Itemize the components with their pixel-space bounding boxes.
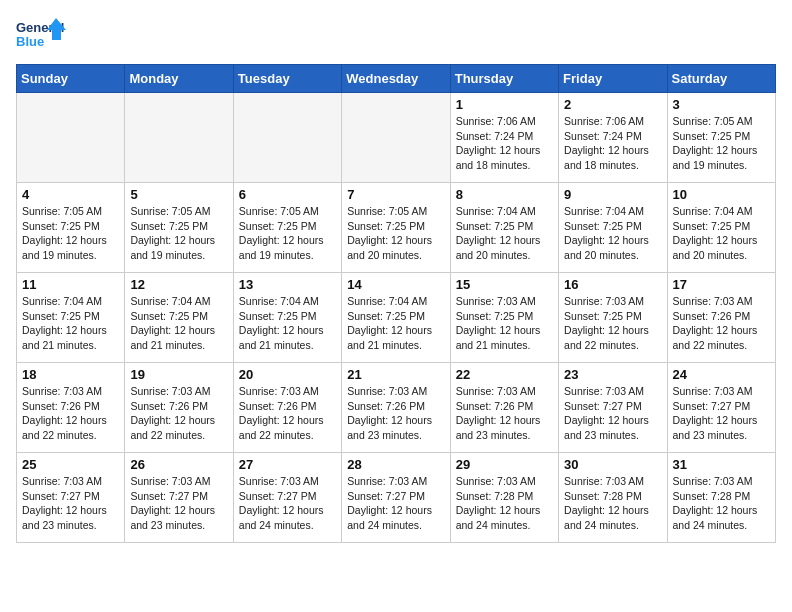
day-info: Sunrise: 7:03 AM Sunset: 7:28 PM Dayligh… bbox=[456, 474, 553, 533]
calendar-cell: 13Sunrise: 7:04 AM Sunset: 7:25 PM Dayli… bbox=[233, 273, 341, 363]
day-info: Sunrise: 7:03 AM Sunset: 7:28 PM Dayligh… bbox=[673, 474, 770, 533]
day-number: 24 bbox=[673, 367, 770, 382]
day-number: 1 bbox=[456, 97, 553, 112]
day-number: 30 bbox=[564, 457, 661, 472]
calendar-cell: 20Sunrise: 7:03 AM Sunset: 7:26 PM Dayli… bbox=[233, 363, 341, 453]
day-info: Sunrise: 7:06 AM Sunset: 7:24 PM Dayligh… bbox=[456, 114, 553, 173]
calendar-week-1: 1Sunrise: 7:06 AM Sunset: 7:24 PM Daylig… bbox=[17, 93, 776, 183]
day-number: 8 bbox=[456, 187, 553, 202]
calendar-cell bbox=[125, 93, 233, 183]
logo-svg: GeneralBlue bbox=[16, 16, 66, 56]
day-info: Sunrise: 7:05 AM Sunset: 7:25 PM Dayligh… bbox=[673, 114, 770, 173]
weekday-header-friday: Friday bbox=[559, 65, 667, 93]
calendar-cell: 30Sunrise: 7:03 AM Sunset: 7:28 PM Dayli… bbox=[559, 453, 667, 543]
day-info: Sunrise: 7:05 AM Sunset: 7:25 PM Dayligh… bbox=[347, 204, 444, 263]
weekday-header-monday: Monday bbox=[125, 65, 233, 93]
day-info: Sunrise: 7:03 AM Sunset: 7:26 PM Dayligh… bbox=[673, 294, 770, 353]
calendar-cell: 22Sunrise: 7:03 AM Sunset: 7:26 PM Dayli… bbox=[450, 363, 558, 453]
day-info: Sunrise: 7:04 AM Sunset: 7:25 PM Dayligh… bbox=[239, 294, 336, 353]
day-number: 23 bbox=[564, 367, 661, 382]
day-number: 6 bbox=[239, 187, 336, 202]
day-number: 15 bbox=[456, 277, 553, 292]
calendar-cell: 15Sunrise: 7:03 AM Sunset: 7:25 PM Dayli… bbox=[450, 273, 558, 363]
day-info: Sunrise: 7:04 AM Sunset: 7:25 PM Dayligh… bbox=[22, 294, 119, 353]
day-info: Sunrise: 7:03 AM Sunset: 7:27 PM Dayligh… bbox=[22, 474, 119, 533]
day-number: 22 bbox=[456, 367, 553, 382]
day-number: 3 bbox=[673, 97, 770, 112]
day-number: 17 bbox=[673, 277, 770, 292]
day-info: Sunrise: 7:03 AM Sunset: 7:27 PM Dayligh… bbox=[239, 474, 336, 533]
day-number: 5 bbox=[130, 187, 227, 202]
day-info: Sunrise: 7:04 AM Sunset: 7:25 PM Dayligh… bbox=[347, 294, 444, 353]
day-number: 19 bbox=[130, 367, 227, 382]
calendar-cell: 4Sunrise: 7:05 AM Sunset: 7:25 PM Daylig… bbox=[17, 183, 125, 273]
day-number: 20 bbox=[239, 367, 336, 382]
calendar-week-4: 18Sunrise: 7:03 AM Sunset: 7:26 PM Dayli… bbox=[17, 363, 776, 453]
calendar-cell: 21Sunrise: 7:03 AM Sunset: 7:26 PM Dayli… bbox=[342, 363, 450, 453]
day-number: 31 bbox=[673, 457, 770, 472]
calendar-cell: 24Sunrise: 7:03 AM Sunset: 7:27 PM Dayli… bbox=[667, 363, 775, 453]
calendar-cell: 25Sunrise: 7:03 AM Sunset: 7:27 PM Dayli… bbox=[17, 453, 125, 543]
weekday-header-saturday: Saturday bbox=[667, 65, 775, 93]
calendar-table: SundayMondayTuesdayWednesdayThursdayFrid… bbox=[16, 64, 776, 543]
calendar-cell: 6Sunrise: 7:05 AM Sunset: 7:25 PM Daylig… bbox=[233, 183, 341, 273]
day-info: Sunrise: 7:03 AM Sunset: 7:27 PM Dayligh… bbox=[673, 384, 770, 443]
day-info: Sunrise: 7:03 AM Sunset: 7:25 PM Dayligh… bbox=[564, 294, 661, 353]
day-number: 4 bbox=[22, 187, 119, 202]
day-info: Sunrise: 7:03 AM Sunset: 7:28 PM Dayligh… bbox=[564, 474, 661, 533]
calendar-cell: 5Sunrise: 7:05 AM Sunset: 7:25 PM Daylig… bbox=[125, 183, 233, 273]
calendar-cell bbox=[233, 93, 341, 183]
day-info: Sunrise: 7:03 AM Sunset: 7:26 PM Dayligh… bbox=[347, 384, 444, 443]
calendar-cell: 27Sunrise: 7:03 AM Sunset: 7:27 PM Dayli… bbox=[233, 453, 341, 543]
calendar-week-3: 11Sunrise: 7:04 AM Sunset: 7:25 PM Dayli… bbox=[17, 273, 776, 363]
calendar-cell: 12Sunrise: 7:04 AM Sunset: 7:25 PM Dayli… bbox=[125, 273, 233, 363]
day-info: Sunrise: 7:03 AM Sunset: 7:27 PM Dayligh… bbox=[564, 384, 661, 443]
calendar-cell: 10Sunrise: 7:04 AM Sunset: 7:25 PM Dayli… bbox=[667, 183, 775, 273]
calendar-cell: 19Sunrise: 7:03 AM Sunset: 7:26 PM Dayli… bbox=[125, 363, 233, 453]
calendar-cell bbox=[17, 93, 125, 183]
day-info: Sunrise: 7:03 AM Sunset: 7:26 PM Dayligh… bbox=[130, 384, 227, 443]
day-number: 12 bbox=[130, 277, 227, 292]
day-info: Sunrise: 7:03 AM Sunset: 7:25 PM Dayligh… bbox=[456, 294, 553, 353]
calendar-cell: 11Sunrise: 7:04 AM Sunset: 7:25 PM Dayli… bbox=[17, 273, 125, 363]
calendar-cell: 1Sunrise: 7:06 AM Sunset: 7:24 PM Daylig… bbox=[450, 93, 558, 183]
calendar-cell: 9Sunrise: 7:04 AM Sunset: 7:25 PM Daylig… bbox=[559, 183, 667, 273]
day-number: 9 bbox=[564, 187, 661, 202]
day-info: Sunrise: 7:04 AM Sunset: 7:25 PM Dayligh… bbox=[456, 204, 553, 263]
day-number: 11 bbox=[22, 277, 119, 292]
day-number: 2 bbox=[564, 97, 661, 112]
calendar-cell: 31Sunrise: 7:03 AM Sunset: 7:28 PM Dayli… bbox=[667, 453, 775, 543]
calendar-cell: 29Sunrise: 7:03 AM Sunset: 7:28 PM Dayli… bbox=[450, 453, 558, 543]
calendar-week-2: 4Sunrise: 7:05 AM Sunset: 7:25 PM Daylig… bbox=[17, 183, 776, 273]
day-number: 28 bbox=[347, 457, 444, 472]
day-info: Sunrise: 7:05 AM Sunset: 7:25 PM Dayligh… bbox=[239, 204, 336, 263]
weekday-header-tuesday: Tuesday bbox=[233, 65, 341, 93]
page-header: GeneralBlue bbox=[16, 16, 776, 56]
day-info: Sunrise: 7:03 AM Sunset: 7:26 PM Dayligh… bbox=[239, 384, 336, 443]
calendar-cell bbox=[342, 93, 450, 183]
calendar-cell: 8Sunrise: 7:04 AM Sunset: 7:25 PM Daylig… bbox=[450, 183, 558, 273]
day-number: 25 bbox=[22, 457, 119, 472]
logo: GeneralBlue bbox=[16, 16, 66, 56]
calendar-cell: 17Sunrise: 7:03 AM Sunset: 7:26 PM Dayli… bbox=[667, 273, 775, 363]
day-number: 13 bbox=[239, 277, 336, 292]
day-info: Sunrise: 7:05 AM Sunset: 7:25 PM Dayligh… bbox=[22, 204, 119, 263]
day-info: Sunrise: 7:04 AM Sunset: 7:25 PM Dayligh… bbox=[564, 204, 661, 263]
day-number: 16 bbox=[564, 277, 661, 292]
calendar-cell: 14Sunrise: 7:04 AM Sunset: 7:25 PM Dayli… bbox=[342, 273, 450, 363]
day-number: 10 bbox=[673, 187, 770, 202]
svg-text:Blue: Blue bbox=[16, 34, 44, 49]
calendar-cell: 2Sunrise: 7:06 AM Sunset: 7:24 PM Daylig… bbox=[559, 93, 667, 183]
day-info: Sunrise: 7:03 AM Sunset: 7:26 PM Dayligh… bbox=[456, 384, 553, 443]
calendar-cell: 3Sunrise: 7:05 AM Sunset: 7:25 PM Daylig… bbox=[667, 93, 775, 183]
day-info: Sunrise: 7:03 AM Sunset: 7:26 PM Dayligh… bbox=[22, 384, 119, 443]
day-number: 29 bbox=[456, 457, 553, 472]
calendar-cell: 23Sunrise: 7:03 AM Sunset: 7:27 PM Dayli… bbox=[559, 363, 667, 453]
day-number: 27 bbox=[239, 457, 336, 472]
calendar-cell: 18Sunrise: 7:03 AM Sunset: 7:26 PM Dayli… bbox=[17, 363, 125, 453]
day-number: 18 bbox=[22, 367, 119, 382]
day-number: 14 bbox=[347, 277, 444, 292]
day-number: 21 bbox=[347, 367, 444, 382]
day-info: Sunrise: 7:05 AM Sunset: 7:25 PM Dayligh… bbox=[130, 204, 227, 263]
day-info: Sunrise: 7:03 AM Sunset: 7:27 PM Dayligh… bbox=[130, 474, 227, 533]
